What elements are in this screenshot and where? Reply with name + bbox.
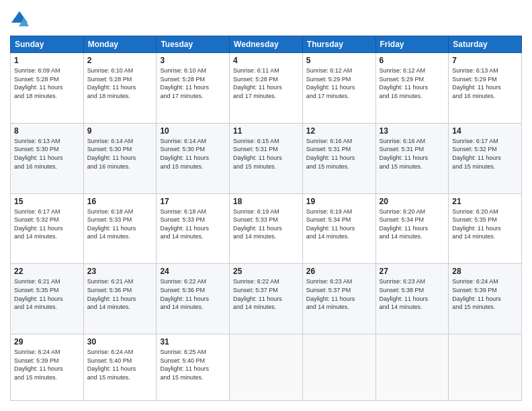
calendar-cell: 26Sunrise: 6:23 AM Sunset: 5:37 PM Dayli… — [302, 264, 375, 334]
cell-info: Sunrise: 6:18 AM Sunset: 5:33 PM Dayligh… — [87, 208, 153, 241]
day-number: 28 — [452, 267, 518, 276]
day-number: 3 — [160, 56, 226, 65]
page: SundayMondayTuesdayWednesdayThursdayFrid… — [0, 0, 532, 411]
day-number: 29 — [14, 337, 80, 347]
header — [10, 10, 522, 29]
cell-info: Sunrise: 6:15 AM Sunset: 5:31 PM Dayligh… — [233, 137, 299, 171]
calendar-cell: 9Sunrise: 6:14 AM Sunset: 5:30 PM Daylig… — [83, 123, 157, 193]
calendar-cell: 22Sunrise: 6:21 AM Sunset: 5:35 PM Dayli… — [11, 264, 84, 334]
cell-info: Sunrise: 6:23 AM Sunset: 5:38 PM Dayligh… — [380, 277, 445, 311]
day-number: 12 — [306, 126, 372, 136]
calendar-cell: 31Sunrise: 6:25 AM Sunset: 5:40 PM Dayli… — [157, 334, 230, 401]
calendar-cell: 25Sunrise: 6:22 AM Sunset: 5:37 PM Dayli… — [230, 264, 303, 334]
day-number: 21 — [452, 197, 518, 206]
cell-info: Sunrise: 6:13 AM Sunset: 5:30 PM Dayligh… — [14, 137, 80, 171]
day-number: 23 — [87, 267, 153, 276]
weekday-header: Thursday — [302, 36, 375, 53]
calendar-row: 8Sunrise: 6:13 AM Sunset: 5:30 PM Daylig… — [11, 123, 522, 193]
cell-info: Sunrise: 6:18 AM Sunset: 5:33 PM Dayligh… — [160, 208, 226, 241]
calendar-cell: 7Sunrise: 6:13 AM Sunset: 5:29 PM Daylig… — [449, 53, 522, 124]
calendar-cell: 1Sunrise: 6:09 AM Sunset: 5:28 PM Daylig… — [11, 53, 84, 124]
cell-info: Sunrise: 6:24 AM Sunset: 5:40 PM Dayligh… — [87, 348, 153, 381]
day-number: 30 — [87, 337, 153, 347]
calendar-cell: 29Sunrise: 6:24 AM Sunset: 5:39 PM Dayli… — [11, 334, 84, 401]
cell-info: Sunrise: 6:11 AM Sunset: 5:28 PM Dayligh… — [233, 66, 299, 100]
day-number: 31 — [160, 337, 226, 347]
calendar-cell: 11Sunrise: 6:15 AM Sunset: 5:31 PM Dayli… — [230, 123, 303, 193]
calendar-table: SundayMondayTuesdayWednesdayThursdayFrid… — [10, 36, 522, 401]
day-number: 9 — [87, 126, 153, 136]
calendar-cell: 3Sunrise: 6:10 AM Sunset: 5:28 PM Daylig… — [157, 53, 230, 124]
day-number: 18 — [233, 197, 299, 206]
calendar-cell: 2Sunrise: 6:10 AM Sunset: 5:28 PM Daylig… — [83, 53, 157, 124]
calendar-cell: 20Sunrise: 6:20 AM Sunset: 5:34 PM Dayli… — [375, 193, 449, 264]
calendar-row: 29Sunrise: 6:24 AM Sunset: 5:39 PM Dayli… — [11, 334, 522, 401]
day-number: 26 — [306, 267, 372, 276]
day-number: 6 — [380, 56, 445, 65]
weekday-header: Monday — [83, 36, 157, 53]
day-number: 7 — [452, 56, 518, 65]
logo — [10, 10, 32, 29]
calendar-cell: 6Sunrise: 6:12 AM Sunset: 5:29 PM Daylig… — [375, 53, 449, 124]
cell-info: Sunrise: 6:21 AM Sunset: 5:36 PM Dayligh… — [87, 277, 153, 311]
weekday-header: Sunday — [11, 36, 84, 53]
weekday-header: Tuesday — [157, 36, 230, 53]
cell-info: Sunrise: 6:12 AM Sunset: 5:29 PM Dayligh… — [380, 66, 445, 100]
calendar-cell: 24Sunrise: 6:22 AM Sunset: 5:36 PM Dayli… — [157, 264, 230, 334]
cell-info: Sunrise: 6:20 AM Sunset: 5:35 PM Dayligh… — [452, 208, 518, 241]
cell-info: Sunrise: 6:19 AM Sunset: 5:33 PM Dayligh… — [233, 208, 299, 241]
cell-info: Sunrise: 6:21 AM Sunset: 5:35 PM Dayligh… — [14, 277, 80, 311]
calendar-cell — [375, 334, 449, 401]
day-number: 4 — [233, 56, 299, 65]
cell-info: Sunrise: 6:16 AM Sunset: 5:31 PM Dayligh… — [306, 137, 372, 171]
day-number: 16 — [87, 197, 153, 206]
day-number: 11 — [233, 126, 299, 136]
cell-info: Sunrise: 6:22 AM Sunset: 5:37 PM Dayligh… — [233, 277, 299, 311]
cell-info: Sunrise: 6:10 AM Sunset: 5:28 PM Dayligh… — [87, 66, 153, 100]
cell-info: Sunrise: 6:24 AM Sunset: 5:39 PM Dayligh… — [452, 277, 518, 311]
calendar-cell — [230, 334, 303, 401]
calendar-cell: 4Sunrise: 6:11 AM Sunset: 5:28 PM Daylig… — [230, 53, 303, 124]
calendar-cell: 17Sunrise: 6:18 AM Sunset: 5:33 PM Dayli… — [157, 193, 230, 264]
cell-info: Sunrise: 6:10 AM Sunset: 5:28 PM Dayligh… — [160, 66, 226, 100]
cell-info: Sunrise: 6:19 AM Sunset: 5:34 PM Dayligh… — [306, 208, 372, 241]
calendar-cell: 12Sunrise: 6:16 AM Sunset: 5:31 PM Dayli… — [302, 123, 375, 193]
cell-info: Sunrise: 6:25 AM Sunset: 5:40 PM Dayligh… — [160, 348, 226, 381]
cell-info: Sunrise: 6:20 AM Sunset: 5:34 PM Dayligh… — [380, 208, 445, 241]
calendar-cell: 14Sunrise: 6:17 AM Sunset: 5:32 PM Dayli… — [449, 123, 522, 193]
calendar-cell: 10Sunrise: 6:14 AM Sunset: 5:30 PM Dayli… — [157, 123, 230, 193]
cell-info: Sunrise: 6:17 AM Sunset: 5:32 PM Dayligh… — [452, 137, 518, 171]
cell-info: Sunrise: 6:14 AM Sunset: 5:30 PM Dayligh… — [87, 137, 153, 171]
cell-info: Sunrise: 6:24 AM Sunset: 5:39 PM Dayligh… — [14, 348, 80, 381]
cell-info: Sunrise: 6:16 AM Sunset: 5:31 PM Dayligh… — [380, 137, 445, 171]
day-number: 20 — [380, 197, 445, 206]
day-number: 22 — [14, 267, 80, 276]
calendar-cell: 18Sunrise: 6:19 AM Sunset: 5:33 PM Dayli… — [230, 193, 303, 264]
weekday-header: Saturday — [449, 36, 522, 53]
calendar-cell: 21Sunrise: 6:20 AM Sunset: 5:35 PM Dayli… — [449, 193, 522, 264]
day-number: 15 — [14, 197, 80, 206]
calendar-cell: 5Sunrise: 6:12 AM Sunset: 5:29 PM Daylig… — [302, 53, 375, 124]
day-number: 19 — [306, 197, 372, 206]
calendar-cell: 19Sunrise: 6:19 AM Sunset: 5:34 PM Dayli… — [302, 193, 375, 264]
calendar-row: 1Sunrise: 6:09 AM Sunset: 5:28 PM Daylig… — [11, 53, 522, 124]
day-number: 2 — [87, 56, 153, 65]
cell-info: Sunrise: 6:17 AM Sunset: 5:32 PM Dayligh… — [14, 208, 80, 241]
calendar-row: 15Sunrise: 6:17 AM Sunset: 5:32 PM Dayli… — [11, 193, 522, 264]
calendar-cell: 15Sunrise: 6:17 AM Sunset: 5:32 PM Dayli… — [11, 193, 84, 264]
day-number: 1 — [14, 56, 80, 65]
calendar-cell: 13Sunrise: 6:16 AM Sunset: 5:31 PM Dayli… — [375, 123, 449, 193]
weekday-header-row: SundayMondayTuesdayWednesdayThursdayFrid… — [11, 36, 522, 53]
calendar-cell — [302, 334, 375, 401]
day-number: 25 — [233, 267, 299, 276]
calendar-cell: 30Sunrise: 6:24 AM Sunset: 5:40 PM Dayli… — [83, 334, 157, 401]
cell-info: Sunrise: 6:13 AM Sunset: 5:29 PM Dayligh… — [452, 66, 518, 100]
day-number: 5 — [306, 56, 372, 65]
logo-icon — [10, 10, 29, 29]
day-number: 27 — [380, 267, 445, 276]
day-number: 24 — [160, 267, 226, 276]
weekday-header: Friday — [375, 36, 449, 53]
calendar-row: 22Sunrise: 6:21 AM Sunset: 5:35 PM Dayli… — [11, 264, 522, 334]
cell-info: Sunrise: 6:23 AM Sunset: 5:37 PM Dayligh… — [306, 277, 372, 311]
cell-info: Sunrise: 6:14 AM Sunset: 5:30 PM Dayligh… — [160, 137, 226, 171]
